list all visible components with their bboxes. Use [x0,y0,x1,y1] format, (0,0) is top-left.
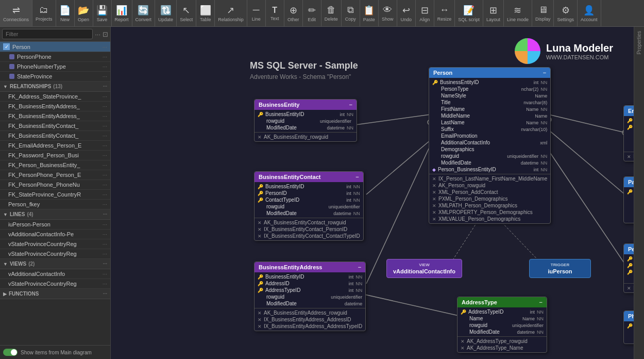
db-row[interactable]: 🔑 PersonID int NN [255,190,363,197]
tb-resize[interactable]: ↔ Resize [434,0,455,26]
tb-line-mode[interactable]: ≋ Line mode [504,0,532,26]
db-row[interactable]: 🔑 BusinessEntityID int NN [429,79,550,86]
view-additional-contact-info[interactable]: VIEW vAdditionalContactInfo [386,259,462,278]
db-row[interactable]: 🔑 BusinessEntityID int NN [255,111,357,118]
tb-relationship[interactable]: ↗ Relationship [215,0,247,26]
filter-more-icon[interactable]: ··· [95,30,100,38]
db-row[interactable]: ✕ IX_BusinessEntityContact_ContactTypeID [255,233,363,239]
tb-settings[interactable]: ⚙ Settings [554,0,578,26]
db-row[interactable]: ModifiedDate datetime NN [624,215,634,222]
sidebar-view-2[interactable]: vStateProvinceCountryReg ··· [0,279,110,289]
tb-text[interactable]: T Text [266,0,284,26]
sidebar-rel-9[interactable]: FK_PersonPhone_Person_E ··· [0,170,110,180]
db-row[interactable]: AdditionalContactInfo xml [429,139,550,146]
sidebar-rel-12[interactable]: Person_fkey ··· [0,200,110,209]
filter-input[interactable] [2,29,93,39]
db-row[interactable]: rowguid uniqueidentifier [624,208,634,215]
db-row[interactable]: 🔑 BusinessEntityID int NN [624,117,634,124]
sidebar-line-3[interactable]: vStateProvinceCountryReg ··· [0,239,110,249]
sidebar-rel-1[interactable]: FK_Address_StateProvince_ ··· [0,92,110,102]
db-row[interactable]: ✕ XMLPROPERTY_Person_Demographics [429,209,550,216]
sidebar-rel-2[interactable]: FK_BusinessEntityAddress_ ··· [0,102,110,111]
relationships-more[interactable]: ··· [103,84,107,89]
view-iuperson[interactable]: TRIGGER iuPerson [529,259,591,278]
tb-projects[interactable]: 🗂 Projects [32,0,56,26]
sidebar-line-4[interactable]: vStateProvinceCountryReg ··· [0,249,110,259]
functions-more[interactable]: ··· [103,291,107,297]
sidebar-line-1[interactable]: iuPerson-Person ··· [0,220,110,230]
tb-sql-script[interactable]: 📝 SQL script [455,0,483,26]
db-row[interactable]: 🔑 AddressTypeID int NN [255,287,365,293]
tb-open[interactable]: 📂 Open [75,0,93,26]
db-row[interactable]: ✕ IX_Person_LastName_FirstName_MiddleNam… [429,175,550,182]
sidebar-item-person[interactable]: ✓ Person ··· [0,42,110,52]
tb-connections[interactable]: ⇌ Connections [0,0,32,26]
db-row[interactable]: 🔑 AddressID int NN [255,280,365,287]
db-row[interactable]: ModifiedDate datetime NN [624,336,634,342]
tb-report[interactable]: 📊 Report [112,0,132,26]
sidebar-stateprovince-more[interactable]: ··· [103,73,107,79]
views-more[interactable]: ··· [103,261,107,267]
db-row[interactable]: rowguid uniqueidentifier [255,293,365,300]
db-row[interactable]: ModifiedDate datetime NN [457,329,547,335]
db-row[interactable]: rowguid uniqueidentifier [255,118,357,124]
db-row[interactable]: ModifiedDate datetime NN [255,210,363,217]
db-row[interactable]: ✕ IX_BusinessEntityAddress_AddressTypeID [255,323,365,330]
properties-panel[interactable]: Properties [634,27,644,359]
table-person[interactable]: Person − 🔑 BusinessEntityID int NN Perso… [429,67,551,224]
tb-other[interactable]: ⊕ Other [284,0,303,26]
sidebar-phonenumbertype-more[interactable]: ··· [103,63,107,70]
db-row[interactable]: rowguid uniqueidentifier [624,137,634,144]
db-row[interactable]: EmailAddress nvarchar(50) [624,130,634,137]
db-row[interactable]: ✕ XML_Person_AddContact [429,189,550,195]
bec-expand[interactable]: − [355,174,359,180]
table-business-entity-contact[interactable]: BusinessEntityContact − 🔑 BusinessEntity… [254,171,364,241]
tb-select[interactable]: ↖ Select [177,0,196,26]
tb-save[interactable]: 💾 Save [93,0,112,26]
db-row[interactable]: ✕ PXML_Person_Demographics [429,195,550,202]
sidebar-rel-4[interactable]: FK_BusinessEntityContact_ ··· [0,121,110,131]
db-row[interactable]: ✕ IX_BusinessEntityContact_PersonID [255,226,363,233]
db-row[interactable]: ModifiedDate datetime NN [624,275,634,282]
tb-line[interactable]: ─ Line [247,0,266,26]
sidebar-person-more[interactable]: ··· [103,44,107,50]
db-row[interactable]: ModifiedDate datetime [255,300,365,307]
db-row[interactable]: rowguid uniqueidentifier [457,322,547,329]
db-row[interactable]: ✕ IX_PersonPhone_PhoneNumber [624,285,634,291]
sidebar-rel-8[interactable]: FK_Person_BusinessEntity_ ··· [0,160,110,170]
table-person-phone[interactable]: PersonPhone − 🔑 BusinessEntityID int NN … [623,243,634,293]
db-row[interactable]: ◆ Person_BusinessEntityID int NN [429,166,550,173]
business-entity-expand[interactable]: − [349,102,352,108]
db-row[interactable]: Name Name NN [624,329,634,336]
db-row[interactable]: PasswordHash varchar(128) NN [624,195,634,202]
table-password[interactable]: Password − 🔑 BusinessEntityID int NN Pas… [623,176,634,223]
person-expand[interactable]: − [543,70,546,76]
db-row[interactable]: ✕ AK_BusinessEntityAddress_rowguid [255,309,365,316]
db-row[interactable]: Demographics [429,146,550,153]
sidebar-item-stateprovince[interactable]: StateProvince ··· [0,72,110,81]
db-row[interactable]: ✕ IX_BusinessEntityAddress_AddressID [255,316,365,323]
db-row[interactable]: ✕ IX_EmailAddress_EmailAddress [624,153,634,160]
db-row[interactable]: 🔑 PhoneNumberTypeID int NN [624,269,634,275]
db-row[interactable]: EmailPromotion [429,133,550,139]
db-row[interactable]: 🔑 BusinessEntityID int NN [624,255,634,262]
db-row[interactable]: ✕ AK_Person_rowguid [429,182,550,189]
sidebar-view-1[interactable]: vAdditionalContactInfo ··· [0,269,110,279]
db-row[interactable]: ✕ AK_AddressType_Name [457,345,547,351]
sidebar-rel-10[interactable]: FK_PersonPhone_PhoneNu ··· [0,180,110,190]
sidebar-toggle-icon[interactable]: ⊡ [103,30,108,38]
tb-convert[interactable]: 🔄 Convert [132,0,156,26]
db-row[interactable]: rowguid uniqueidentifier NN [429,153,550,159]
properties-label[interactable]: Properties [636,31,642,55]
tb-update[interactable]: 🔃 Update [155,0,177,26]
db-row[interactable]: rowguid uniqueidentifier [255,203,363,210]
sidebar-line-2[interactable]: vAdditionalContactInfo-Pe ··· [0,230,110,239]
db-row[interactable]: NameStyle Name [429,92,550,99]
db-row[interactable]: FirstName Name NN [429,106,550,112]
tb-paste[interactable]: 📋 Paste [360,0,379,26]
tb-new[interactable]: 📄 New [56,0,75,26]
db-row[interactable]: 🔑 BusinessEntityID int NN [255,183,363,190]
db-row[interactable]: 🔑 EmailAddressID int NN [624,124,634,130]
canvas[interactable]: MS SQL Server - Sample Adventure Works -… [111,27,634,359]
db-row[interactable]: ✕ AK_AddressType_rowguid [457,338,547,345]
